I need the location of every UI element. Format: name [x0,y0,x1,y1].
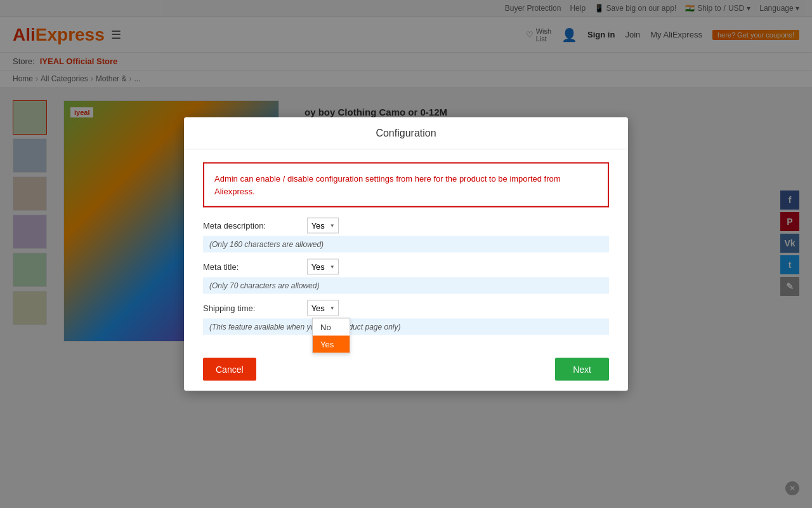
modal-footer: Cancel Next [184,348,628,391]
dropdown-option-yes[interactable]: Yes [313,336,350,353]
meta-title-select-wrapper: Yes No [307,259,339,275]
meta-description-label: Meta description: [203,221,304,231]
meta-description-select-wrapper: Yes No [307,218,339,234]
shipping-time-select[interactable]: Yes No [307,300,339,316]
cancel-button[interactable]: Cancel [203,358,256,381]
modal-title: Configuration [184,117,628,150]
shipping-time-hint: (This feature available when you imp... … [203,319,609,335]
dropdown-option-no[interactable]: No [313,319,350,336]
shipping-time-row: Shipping time: Yes No No Yes (This featu… [203,300,609,335]
meta-title-label: Meta title: [203,262,304,272]
shipping-time-label: Shipping time: [203,304,304,313]
meta-description-select[interactable]: Yes No [307,218,339,234]
admin-info-box: Admin can enable / disable configuration… [203,163,609,208]
meta-title-row: Meta title: Yes No (Only 70 characters a… [203,259,609,294]
configuration-modal: Configuration Admin can enable / disable… [184,117,628,391]
meta-description-row: Meta description: Yes No (Only 160 chara… [203,218,609,253]
meta-title-hint: (Only 70 characters are allowed) [203,277,609,294]
meta-description-hint: (Only 160 characters are allowed) [203,236,609,253]
shipping-time-select-wrapper: Yes No [307,300,339,316]
shipping-time-dropdown: No Yes [312,318,350,354]
next-button[interactable]: Next [555,358,609,381]
meta-title-select[interactable]: Yes No [307,259,339,275]
